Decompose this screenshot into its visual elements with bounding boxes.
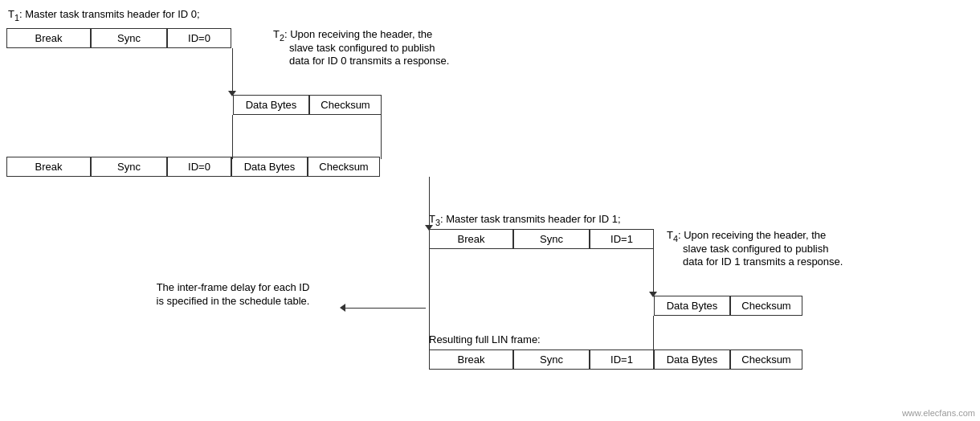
row1-break: Break (6, 28, 91, 48)
t2-desc3: data for ID 0 transmits a response. (289, 55, 449, 67)
row4-full: Break Sync ID=1 Data Bytes Checksum (429, 349, 802, 370)
row2-break: Break (6, 157, 91, 177)
interframe-label2: is specified in the schedule table. (129, 295, 337, 307)
t3-text: T (429, 213, 435, 225)
interframe-text: The inter-frame delay for each ID (157, 281, 310, 293)
interframe-text2: is specified in the schedule table. (157, 295, 310, 307)
row1-sync: Sync (91, 28, 167, 48)
row3-databytes: Data Bytes (654, 296, 730, 316)
row1-id0: ID=0 (167, 28, 231, 48)
bracket-v3-right (653, 316, 654, 351)
row2-sync: Sync (91, 157, 167, 177)
row1-checksum: Checksum (309, 95, 382, 115)
t1-label: T1: Master task transmits header for ID … (8, 8, 200, 22)
t4-label3: data for ID 1 transmits a response. (683, 255, 843, 268)
bracket-v-right (381, 115, 382, 159)
t4-desc: : Upon receiving the header, the (678, 229, 826, 241)
row3-header: Break Sync ID=1 (429, 229, 654, 249)
arrow-v1-line (232, 48, 233, 92)
row4-checksum: Checksum (730, 349, 802, 370)
row3-sync: Sync (513, 229, 590, 249)
interframe-label: The inter-frame delay for each ID (129, 281, 337, 293)
t2-label2: slave task configured to publish (289, 42, 435, 54)
arrow-v3-line (653, 249, 654, 293)
t3-label: T3: Master task transmits header for ID … (429, 213, 621, 227)
resulting-text: Resulting full LIN frame: (429, 333, 541, 345)
t2-desc: : Upon receiving the header, the (284, 28, 432, 40)
t4-desc3: data for ID 1 transmits a response. (683, 255, 843, 268)
t4-label: T4: Upon receiving the header, the (667, 229, 826, 243)
row3-id1: ID=1 (590, 229, 654, 249)
t2-text: T (273, 28, 280, 40)
bracket-v-left (232, 115, 233, 159)
t4-label2: slave task configured to publish (683, 243, 828, 255)
resulting-label: Resulting full LIN frame: (429, 333, 541, 345)
row1-databytes: Data Bytes (233, 95, 309, 115)
row4-sync: Sync (513, 349, 590, 370)
interframe-arrow-line (345, 308, 426, 309)
bracket-v3-left (429, 249, 430, 351)
watermark: www.elecfans.com (902, 408, 975, 418)
t1-desc: : Master task transmits header for ID 0; (19, 8, 200, 20)
t3-desc: : Master task transmits header for ID 1; (440, 213, 621, 225)
t1-text: T (8, 8, 14, 20)
row2-checksum: Checksum (308, 157, 380, 177)
t2-label: T2: Upon receiving the header, the (273, 28, 432, 43)
row1-header: Break Sync ID=0 (6, 28, 231, 48)
t2-label3: data for ID 0 transmits a response. (289, 55, 449, 67)
row3-break: Break (429, 229, 513, 249)
row4-break: Break (429, 349, 513, 370)
t4-text: T (667, 229, 673, 241)
row3-response: Data Bytes Checksum (654, 296, 802, 316)
row2-databytes: Data Bytes (231, 157, 308, 177)
t2-desc2: slave task configured to publish (289, 42, 435, 54)
row1-response: Data Bytes Checksum (233, 95, 382, 115)
row3-checksum: Checksum (730, 296, 802, 316)
arrow-v2-line (429, 177, 430, 227)
row2-full: Break Sync ID=0 Data Bytes Checksum (6, 157, 380, 177)
interframe-arrow-head-left (340, 304, 345, 312)
t4-desc2: slave task configured to publish (683, 243, 828, 255)
diagram: T1: Master task transmits header for ID … (0, 0, 980, 421)
row2-id0: ID=0 (167, 157, 231, 177)
row4-id1: ID=1 (590, 349, 654, 370)
row4-databytes: Data Bytes (654, 349, 730, 370)
